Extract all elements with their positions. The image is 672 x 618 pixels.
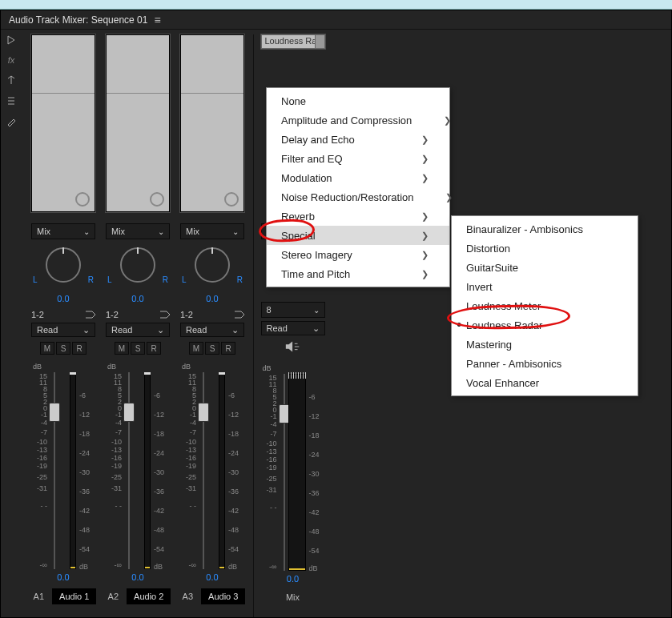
track-strip: Mix ⌄ L R 0.0 1-2 Read ⌄ M S R dB 151185… [101,34,175,617]
menu-item-label: Modulation [281,172,332,184]
track-strip: Mix ⌄ L R 0.0 1-2 Read ⌄ M S R dB 151185… [26,34,100,617]
menu-item[interactable]: Time and Pitch ❯ [267,264,449,283]
track-tag: A3 [179,590,196,603]
menu-item-label: Noise Reduction/Restoration [281,191,413,203]
menu-item[interactable]: Delay and Echo ❯ [267,130,449,149]
fader-handle[interactable] [49,403,60,422]
fx-icon[interactable]: fx [8,55,15,65]
record-button[interactable]: R [221,342,235,355]
menu-item[interactable]: Invert [452,277,638,296]
routing-icon[interactable] [6,95,17,106]
solo-button[interactable]: S [205,342,219,355]
output-route[interactable]: 1-2 [31,310,44,319]
menu-item[interactable]: Filter and EQ ❯ [267,149,449,168]
solo-button[interactable]: S [131,342,145,355]
menu-item[interactable]: Noise Reduction/Restoration ❯ [267,187,449,207]
send-label: Mix [37,227,50,236]
panel-title: Audio Track Mixer: Sequence 01 [9,14,147,26]
speaker-icon[interactable] [284,340,302,356]
menu-item[interactable]: None [267,91,449,110]
chevron-down-icon: ⌄ [312,323,320,334]
automation-mode-dropdown[interactable]: Read ⌄ [31,323,95,337]
menu-item[interactable]: Panner - Ambisonics [452,354,638,373]
volume-value: 0.0 [287,574,299,584]
chevron-down-icon: ⌄ [231,325,239,335]
pan-value: 0.0 [131,294,143,303]
effect-slot[interactable] [31,34,95,212]
submenu-arrow-icon: ❯ [445,192,453,203]
menu-item-label: Reverb [281,211,315,223]
mute-button[interactable]: M [189,342,203,355]
fader-handle[interactable] [123,403,135,422]
menu-item[interactable]: Reverb ❯ [267,207,449,226]
track-name[interactable]: Audio 2 [127,588,171,604]
menu-item[interactable]: Special ❯ [267,226,449,245]
output-route[interactable]: 1-2 [106,310,119,319]
automation-mode-label: Read [186,325,207,335]
fader-meter: 15118520-1-4-7-10-13-16-19-25-31- --∞ -6… [106,372,170,569]
db-label: dB [180,363,244,371]
pan-knob[interactable]: L R [180,247,244,294]
send-icon[interactable] [6,74,17,86]
menu-item[interactable]: Modulation ❯ [267,168,449,187]
menu-item[interactable]: Mastering [452,335,638,354]
pan-knob[interactable]: L R [31,247,95,294]
menu-item-label: Mastering [466,339,512,351]
automation-mode-dropdown[interactable]: Read ⌄ [261,321,325,335]
routing-icon[interactable] [84,310,95,319]
menu-item-label: Stereo Imagery [281,249,352,261]
chevron-down-icon: ⌄ [157,325,164,335]
output-route: 8 [267,305,272,315]
fader-meter: 15118520-1-4-7-10-13-16-19-25-31- --∞ -6… [31,372,95,569]
submenu-arrow-icon: ❯ [421,250,429,260]
menu-item[interactable]: Distortion [452,239,638,258]
menu-item-label: Special [281,230,316,242]
chevron-down-icon: ⌄ [158,227,164,236]
automation-mode-label: Read [111,325,132,335]
solo-button[interactable]: S [56,342,70,355]
mute-button[interactable]: M [115,342,129,355]
menu-item[interactable]: Stereo Imagery ❯ [267,245,449,264]
level-meter [144,372,151,569]
automation-mode-dropdown[interactable]: Read ⌄ [106,323,170,337]
fader-handle[interactable] [198,403,209,422]
chevron-down-icon: ⌄ [313,306,320,315]
routing-icon[interactable] [233,310,244,319]
menu-item-label: Delay and Echo [281,134,355,146]
automation-mode-label: Read [37,325,58,335]
track-name[interactable]: Audio 1 [52,588,96,604]
chevron-down-icon: ⌄ [83,227,90,236]
record-button[interactable]: R [72,342,87,355]
mute-button[interactable]: M [40,342,54,355]
send-dropdown[interactable]: Mix ⌄ [106,223,170,239]
record-button[interactable]: R [147,342,161,355]
output-route[interactable]: 1-2 [180,310,193,319]
send-dropdown[interactable]: Mix ⌄ [180,223,244,239]
effect-slot[interactable] [180,34,244,212]
effect-slot-selected[interactable]: Loudness Rad [261,34,325,49]
automation-mode-dropdown[interactable]: Read ⌄ [180,323,244,337]
pen-icon[interactable] [6,116,17,127]
menu-item[interactable]: • Loudness Radar [452,315,638,335]
menu-item[interactable]: Amplitude and Compression ❯ [267,110,449,130]
output-route-dropdown[interactable]: 8 ⌄ [261,302,325,318]
effect-slot[interactable] [106,34,170,212]
menu-item[interactable]: Loudness Meter [452,296,638,315]
routing-icon[interactable] [159,310,170,319]
panel-menu-icon[interactable]: ≡ [154,14,160,26]
send-dropdown[interactable]: Mix ⌄ [31,223,95,239]
effect-slot-dropdown-icon[interactable] [315,35,324,48]
arrow-icon[interactable] [6,34,17,46]
window-chrome-strip [0,0,672,10]
track-name[interactable]: Audio 3 [201,588,245,604]
menu-item-label: Amplitude and Compression [281,114,412,126]
menu-item[interactable]: Binauralizer - Ambisonics [452,219,638,239]
menu-item-label: Vocal Enhancer [466,377,539,389]
fader-meter: 15118520-1-4-7-10-13-16-19-25-31- --∞ -6… [180,372,244,569]
menu-item[interactable]: Vocal Enhancer [452,373,638,392]
fader-track [284,374,285,571]
volume-value: 0.0 [206,572,218,582]
menu-item[interactable]: GuitarSuite [452,258,638,277]
pan-knob[interactable]: L R [106,247,170,294]
menu-item-label: Panner - Ambisonics [466,358,561,370]
